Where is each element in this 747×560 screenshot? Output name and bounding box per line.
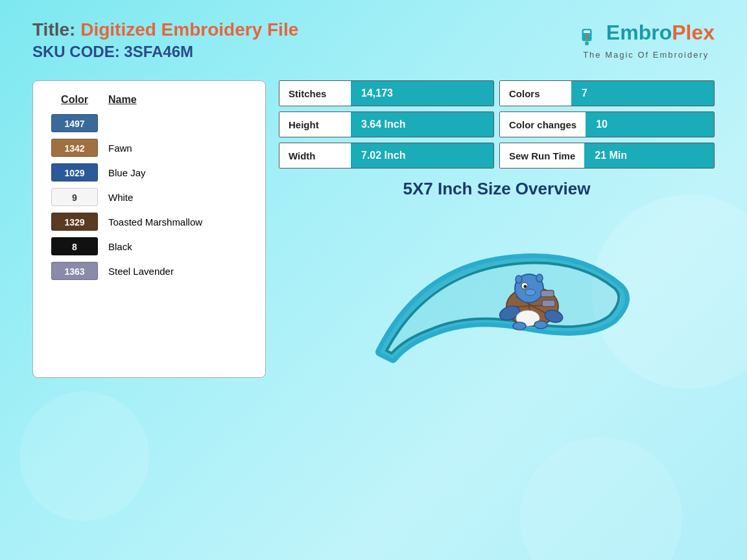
logo-embr: Embro <box>606 21 672 44</box>
svg-point-12 <box>524 285 527 288</box>
color-table: Color Name 14971342Fawn1029Blue Jay9Whit… <box>46 91 252 283</box>
stitches-row: Stitches 14,173 <box>279 80 494 106</box>
table-row: 1342Fawn <box>46 135 252 160</box>
color-panel: Color Name 14971342Fawn1029Blue Jay9Whit… <box>32 80 266 378</box>
svg-point-14 <box>516 275 522 283</box>
svg-point-3 <box>585 41 589 45</box>
embroidery-area <box>279 209 715 378</box>
stats-right: Colors 7 Color changes 10 Sew Run Time 2… <box>499 80 715 169</box>
svg-point-15 <box>536 274 543 282</box>
title-value: Digitized Embroidery File <box>80 19 298 40</box>
svg-point-19 <box>513 322 526 330</box>
size-title: 5X7 Inch Size Overview <box>279 179 715 199</box>
table-row: 1363Steel Lavender <box>46 259 252 283</box>
sku-line: SKU CODE: 3SFA46M <box>32 43 298 61</box>
color-swatch-cell: 1497 <box>46 111 103 135</box>
right-panel: Stitches 14,173 Height 3.64 Inch Width 7… <box>279 80 715 378</box>
sku-label: SKU CODE: <box>32 43 120 60</box>
height-row: Height 3.64 Inch <box>279 111 494 137</box>
svg-rect-16 <box>541 290 554 297</box>
svg-rect-17 <box>542 300 555 307</box>
table-row: 1029Blue Jay <box>46 160 252 185</box>
sew-run-label: Sew Run Time <box>500 143 584 168</box>
logo-text: EmbroPlex <box>577 21 715 49</box>
color-name-cell: Blue Jay <box>103 160 252 185</box>
table-row: 1497 <box>46 111 252 135</box>
sew-run-row: Sew Run Time 21 Min <box>499 143 715 169</box>
sku-value: 3SFA46M <box>124 43 193 60</box>
title-label: Title: <box>32 19 75 40</box>
header-left: Title: Digitized Embroidery File SKU COD… <box>32 19 298 61</box>
color-name-cell: Fawn <box>103 135 252 160</box>
color-swatch-cell: 9 <box>46 185 103 209</box>
height-value: 3.64 Inch <box>351 112 493 137</box>
width-label: Width <box>279 143 351 168</box>
content-area: Color Name 14971342Fawn1029Blue Jay9Whit… <box>32 80 715 378</box>
colors-label: Colors <box>500 81 571 106</box>
logo-subtitle: The Magic Of Embroidery <box>577 50 715 60</box>
colors-row: Colors 7 <box>499 80 715 106</box>
stitches-label: Stitches <box>279 81 351 106</box>
logo-icon <box>577 30 606 41</box>
stitches-value: 14,173 <box>351 81 493 106</box>
color-name-cell <box>103 111 252 135</box>
table-row: 9White <box>46 185 252 209</box>
width-row: Width 7.02 Inch <box>279 143 494 169</box>
color-name-cell: Toasted Marshmallow <box>103 209 252 234</box>
logo: EmbroPlex The Magic Of Embroidery <box>577 21 715 60</box>
title-line: Title: Digitized Embroidery File <box>32 19 298 40</box>
color-swatch-cell: 1329 <box>46 209 103 234</box>
color-swatch-cell: 1363 <box>46 259 103 283</box>
embroidery-svg <box>361 209 633 378</box>
width-value: 7.02 Inch <box>351 143 493 168</box>
color-name-cell: Black <box>103 234 252 259</box>
color-name-cell: Steel Lavender <box>103 259 252 283</box>
logo-plex: Plex <box>672 21 715 44</box>
svg-point-13 <box>525 289 536 296</box>
svg-point-20 <box>534 321 547 329</box>
color-swatch-cell: 1029 <box>46 160 103 185</box>
table-row: 1329Toasted Marshmallow <box>46 209 252 234</box>
stats-left: Stitches 14,173 Height 3.64 Inch Width 7… <box>279 80 494 169</box>
header: Title: Digitized Embroidery File SKU COD… <box>32 19 715 61</box>
table-row: 8Black <box>46 234 252 259</box>
color-changes-value: 10 <box>586 112 714 137</box>
svg-rect-1 <box>584 30 590 33</box>
colors-value: 7 <box>571 81 714 106</box>
color-changes-row: Color changes 10 <box>499 111 715 137</box>
color-swatch-cell: 8 <box>46 234 103 259</box>
height-label: Height <box>279 112 351 137</box>
col-header-color: Color <box>46 91 103 111</box>
col-header-name: Name <box>103 91 252 111</box>
color-name-cell: White <box>103 185 252 209</box>
stats-grid: Stitches 14,173 Height 3.64 Inch Width 7… <box>279 80 715 169</box>
sew-run-value: 21 Min <box>584 143 714 168</box>
color-changes-label: Color changes <box>500 112 586 137</box>
color-swatch-cell: 1342 <box>46 135 103 160</box>
